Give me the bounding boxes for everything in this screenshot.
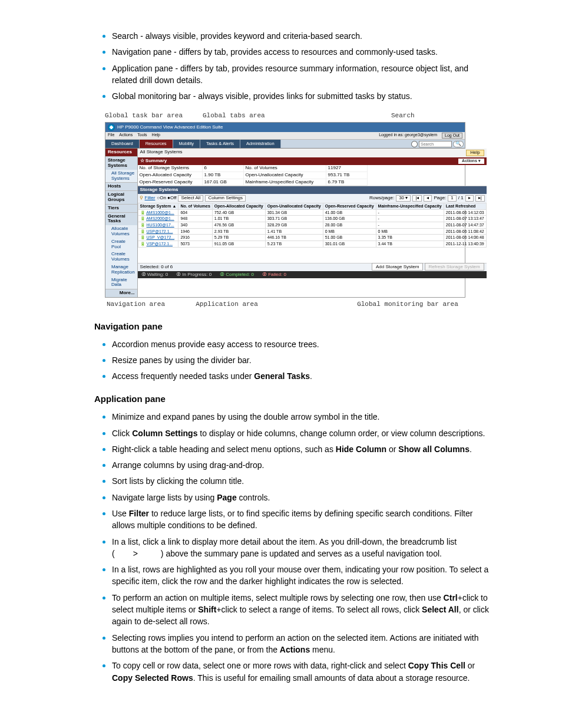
page-input[interactable]: 1 (448, 195, 456, 202)
list-item: Application pane - differs by tab, provi… (112, 62, 491, 87)
column-header[interactable]: Storage System ▲ (138, 203, 178, 209)
tab-dashboard[interactable]: Dashboard (105, 140, 140, 148)
actions-button[interactable]: Actions ▾ (458, 159, 484, 164)
monitor-status[interactable]: ⦿ In Progress: 0 (176, 272, 211, 278)
nav-item[interactable]: Manage Replication (105, 263, 137, 276)
monitor-status[interactable]: ⦿ Waiting: 0 (141, 272, 168, 278)
table-row[interactable]: 🔋 USP@172.1...19462.93 TB1.41 TB0 MB0 MB… (138, 228, 486, 235)
search-box[interactable]: 🔍 (410, 140, 465, 148)
column-header[interactable]: Open-Reserved Capacity (323, 203, 376, 209)
menu-item[interactable]: File (108, 133, 114, 137)
storage-system-link[interactable]: USP@172.1... (147, 229, 173, 233)
logged-in-text: Logged in as: george3@system (379, 133, 437, 139)
page-first-button[interactable]: |◂ (412, 195, 422, 202)
table-cell: 2011-08-06 11:08:42 (444, 228, 486, 235)
list-item: Click Column Settings to display or hide… (112, 427, 491, 439)
storage-system-link[interactable]: HUS100@17... (147, 223, 174, 227)
menu-item[interactable]: Actions (119, 133, 133, 137)
nav-header: Resources (105, 149, 137, 156)
table-row[interactable]: 🔋 USP_V@172...29165.29 TB446.16 TB51.00 … (138, 235, 486, 241)
storage-system-link[interactable]: USP_V@172... (147, 235, 175, 239)
table-row[interactable]: 🔋 VSP@172.1...5073911.05 GB5.23 TB301.01… (138, 241, 486, 248)
nav-item[interactable]: Migrate Data (105, 276, 137, 289)
nav-item[interactable]: All Storage Systems (105, 170, 137, 183)
page-label: Page: (434, 196, 446, 201)
list-item: Global monitoring bar - always visible, … (112, 90, 491, 102)
list-item: In a list, rows are highlighted as you r… (112, 563, 491, 588)
table-cell: 340 (178, 222, 212, 229)
page-prev-button[interactable]: ◂ (424, 195, 432, 202)
table-cell: 2011-08-07 13:13:47 (444, 216, 486, 222)
filter-link[interactable]: Filter (145, 196, 156, 201)
list-item: Navigation pane - differs by tab, provid… (112, 45, 491, 58)
nav-pane-bullet-list: Accordion menus provide easy access to r… (94, 338, 491, 383)
column-header[interactable]: Open-Allocated Capacity (212, 203, 265, 209)
figure-bottom-labels: Navigation area Application area Global … (94, 298, 491, 309)
table-cell: 328.29 GB (265, 222, 323, 229)
table-cell: 🔋 HUS100@17... (138, 222, 178, 229)
page-next-button[interactable]: ▸ (465, 195, 474, 202)
help-button[interactable]: Help (466, 150, 484, 156)
summary-cell: 6.79 TB (326, 179, 368, 186)
table-cell: - (376, 209, 444, 216)
nav-group[interactable]: General Tasks (105, 212, 137, 226)
tab-administration[interactable]: Administration (240, 140, 281, 148)
tab-resources[interactable]: Resources (140, 140, 173, 148)
list-item: To perform an action on multiple items, … (112, 591, 491, 628)
column-settings-button[interactable]: Column Settings (205, 195, 246, 202)
table-cell: 911.05 GB (212, 241, 265, 248)
screenshot-figure: Global task bar area Global tabs area Se… (94, 111, 491, 309)
monitor-status[interactable]: ⦿ Completed: 0 (220, 272, 254, 278)
summary-cell: No. of Storage Systems (138, 165, 203, 172)
global-tabs: DashboardResourcesMobilityTasks & Alerts… (105, 140, 465, 149)
table-cell: 1.41 TB (265, 228, 323, 235)
nav-group[interactable]: Storage Systems (105, 156, 137, 170)
table-cell: 476.56 GB (212, 222, 265, 229)
table-cell: 0 MB (376, 228, 444, 235)
nav-more[interactable]: More... (105, 289, 137, 297)
nav-group[interactable]: Tiers (105, 204, 137, 212)
summary-cell: Open-Unallocated Capacity (244, 172, 326, 179)
search-go-icon[interactable]: 🔍 (453, 141, 464, 147)
table-cell: 1.01 TB (212, 216, 265, 222)
storage-system-link[interactable]: AMS2000@1... (146, 216, 174, 220)
nav-item[interactable]: Allocate Volumes (105, 225, 137, 238)
table-row[interactable]: 🔋 AMS2000@1...9481.01 TB303.71 GB136.00 … (138, 216, 486, 222)
monitor-status[interactable]: ⦿ Failed: 0 (262, 272, 286, 278)
list-item: Minimize and expand panes by using the d… (112, 410, 491, 423)
nav-group[interactable]: Hosts (105, 182, 137, 190)
column-header[interactable]: Mainframe-Unspecified Capacity (376, 203, 444, 209)
storage-system-link[interactable]: VSP@172.1... (147, 242, 173, 246)
nav-group[interactable]: Logical Groups (105, 190, 137, 204)
table-row[interactable]: 🔋 AMS1000@1...604752.40 GB301.34 GB41.00… (138, 209, 486, 216)
table-row[interactable]: 🔋 HUS100@17...340476.56 GB328.29 GB28.00… (138, 222, 486, 229)
table-cell: 2011-08-06 14:06:48 (444, 235, 486, 241)
table-cell: - (376, 222, 444, 229)
storage-system-link[interactable]: AMS1000@1... (146, 210, 174, 215)
select-all-button[interactable]: Select All (178, 195, 203, 202)
tab-mobility[interactable]: Mobility (173, 140, 200, 148)
app-pane-heading: Application pane (94, 393, 491, 406)
search-input[interactable] (419, 141, 452, 147)
refresh-storage-system-button[interactable]: Refresh Storage System (425, 263, 484, 271)
label-navigation-area: Navigation area (94, 300, 171, 309)
app-menubar: FileActionsToolsHelp Logged in as: georg… (105, 132, 465, 140)
menu-item[interactable]: Tools (137, 133, 147, 137)
column-header[interactable]: Last Refreshed (444, 203, 486, 209)
nav-item[interactable]: Create Pool (105, 238, 137, 251)
summary-cell: Mainframe-Unspecified Capacity (244, 179, 326, 186)
app-screenshot: HP P9000 Command View Advanced Edition S… (105, 122, 465, 297)
nav-item[interactable]: Create Volumes (105, 251, 137, 263)
summary-cell: Open-Reserved Capacity (138, 179, 203, 186)
summary-cell: No. of Volumes (244, 165, 326, 172)
add-storage-system-button[interactable]: Add Storage System (372, 263, 423, 271)
table-cell: 301.01 GB (323, 241, 376, 248)
column-header[interactable]: No. of Volumes (178, 203, 212, 209)
menu-item[interactable]: Help (152, 133, 160, 137)
page-last-button[interactable]: ▸| (475, 195, 485, 202)
application-pane: All Storage Systems Help ☆ Summary Actio… (138, 149, 487, 297)
tab-tasks-alerts[interactable]: Tasks & Alerts (200, 140, 240, 148)
logout-button[interactable]: Log Out (442, 133, 462, 139)
column-header[interactable]: Open-Unallocated Capacity (265, 203, 323, 209)
rows-per-page-select[interactable]: 30 ▾ (396, 195, 411, 202)
